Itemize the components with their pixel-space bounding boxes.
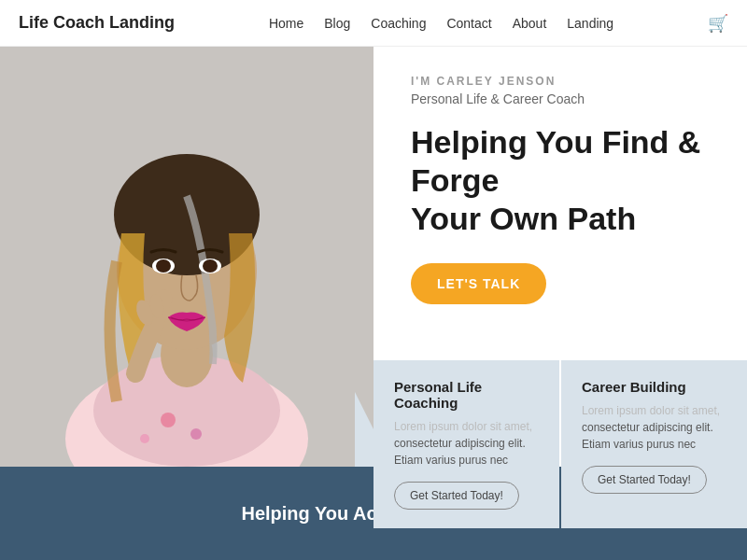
hero-photo [0,47,374,467]
card-btn-0[interactable]: Get Started Today! [394,482,519,510]
hero-content: I'M CARLEY JENSON Personal Life & Career… [374,47,747,360]
card-text-1: Lorem ipsum dolor sit amet, consectetur … [582,402,726,453]
hero-section: I'M CARLEY JENSON Personal Life & Career… [0,47,747,467]
nav-links: Home Blog Coaching Contact About Landing [269,15,613,32]
hero-image-panel [0,47,374,467]
hero-role: Personal Life & Career Coach [411,91,710,106]
cards-row: Personal Life Coaching Lorem ipsum dolor… [374,360,747,528]
hero-portrait-svg [0,47,374,467]
nav-item-blog[interactable]: Blog [324,16,350,31]
nav-item-about[interactable]: About [513,16,547,31]
hero-headline: Helping You Find & Forge Your Own Path [411,123,710,237]
brand-logo: Life Coach Landing [19,13,175,33]
svg-point-5 [140,434,149,443]
card-btn-1[interactable]: Get Started Today! [582,466,707,494]
cart-icon[interactable]: 🛒 [708,13,728,34]
hero-name: I'M CARLEY JENSON [411,75,710,88]
svg-point-4 [190,428,202,440]
card-personal-coaching: Personal Life Coaching Lorem ipsum dolor… [374,360,559,528]
svg-point-12 [203,259,218,273]
card-career-building: Career Building Lorem ipsum dolor sit am… [561,360,747,528]
nav-item-contact[interactable]: Contact [446,16,491,31]
svg-point-3 [161,413,176,427]
hero-right: I'M CARLEY JENSON Personal Life & Career… [374,47,747,467]
card-title-1: Career Building [582,379,726,395]
svg-point-10 [156,259,171,273]
card-title-0: Personal Life Coaching [394,379,539,411]
nav-item-landing[interactable]: Landing [567,16,613,31]
nav-item-home[interactable]: Home [269,16,303,31]
card-text-0: Lorem ipsum dolor sit amet, consectetur … [394,418,539,469]
nav-item-coaching[interactable]: Coaching [371,16,426,31]
navbar: Life Coach Landing Home Blog Coaching Co… [0,0,747,47]
lets-talk-button[interactable]: LET'S TALK [411,263,546,304]
